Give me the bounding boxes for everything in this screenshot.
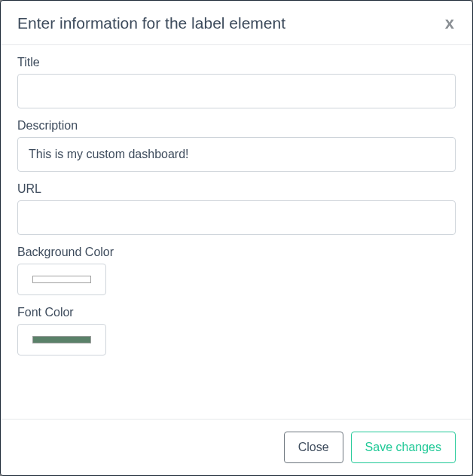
background-color-swatch (32, 276, 91, 283)
modal-footer: Close Save changes (1, 419, 472, 475)
modal-body: Title Description URL Background Color F… (1, 45, 472, 419)
title-label: Title (17, 56, 456, 69)
font-color-picker[interactable] (17, 324, 106, 355)
field-font-color: Font Color (17, 306, 456, 355)
background-color-picker[interactable] (17, 264, 106, 295)
save-changes-button[interactable]: Save changes (351, 432, 456, 463)
close-icon[interactable]: x (444, 15, 456, 32)
description-label: Description (17, 119, 456, 133)
modal-header: Enter information for the label element … (1, 1, 472, 45)
font-color-label: Font Color (17, 306, 456, 319)
font-color-swatch (32, 336, 91, 343)
description-input[interactable] (17, 137, 456, 172)
modal-dialog: Enter information for the label element … (0, 0, 473, 476)
title-input[interactable] (17, 74, 456, 108)
background-color-label: Background Color (17, 246, 456, 259)
field-title: Title (17, 56, 456, 108)
field-background-color: Background Color (17, 246, 456, 295)
close-button[interactable]: Close (284, 432, 343, 463)
url-label: URL (17, 182, 456, 196)
field-description: Description (17, 119, 456, 172)
modal-title: Enter information for the label element (17, 14, 285, 32)
url-input[interactable] (17, 200, 456, 235)
field-url: URL (17, 182, 456, 235)
